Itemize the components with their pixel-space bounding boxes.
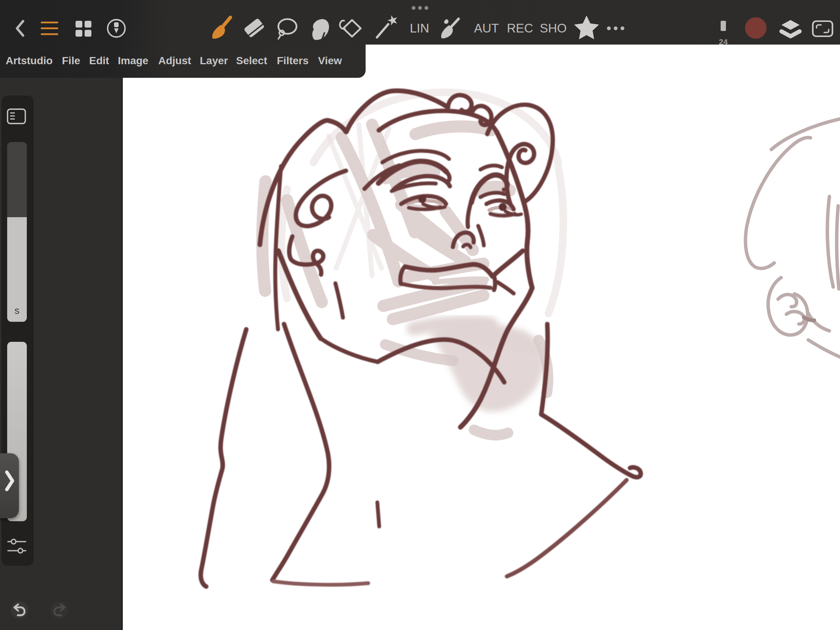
svg-text:REC: REC	[507, 21, 533, 35]
svg-text:LIN: LIN	[410, 21, 429, 35]
svg-text:24: 24	[719, 37, 728, 46]
svg-text:SHO: SHO	[540, 21, 567, 35]
svg-text:AUT: AUT	[474, 21, 499, 35]
